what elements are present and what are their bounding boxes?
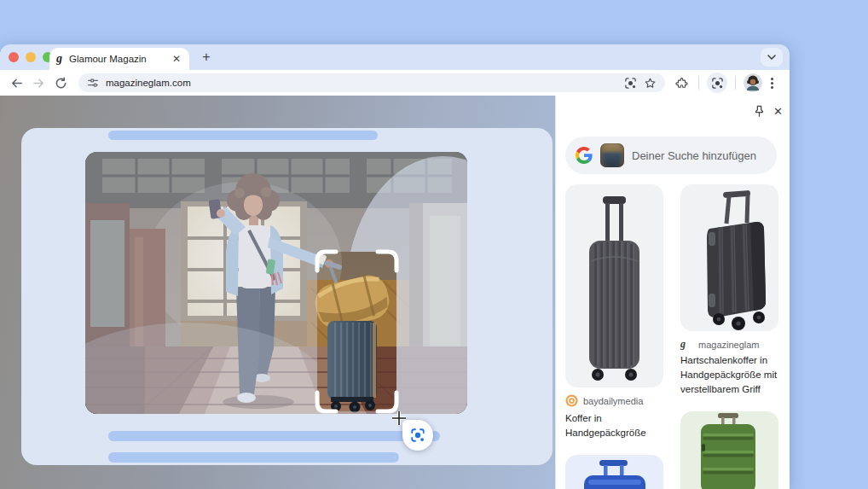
pushpin-icon (752, 104, 767, 119)
address-bar[interactable]: magazineglam.com (78, 73, 665, 92)
back-arrow-icon (10, 77, 23, 90)
paragraph-placeholder (108, 452, 399, 463)
green-suitcase-image (680, 411, 778, 489)
tab-search-chevron-button[interactable] (761, 48, 783, 67)
lens-icon (410, 428, 425, 443)
forward-button[interactable] (29, 73, 48, 92)
result-image-green-suitcase[interactable] (680, 411, 778, 489)
toolbar-divider (698, 76, 699, 90)
result-source-label[interactable]: baydailymedia (583, 396, 643, 406)
lens-search-fab[interactable] (402, 420, 433, 451)
pin-panel-button[interactable] (752, 104, 767, 119)
webpage-dimmed (0, 96, 555, 489)
lens-search-icon[interactable] (624, 77, 637, 90)
result-title[interactable]: Koffer in Handgepäckgröße (565, 411, 668, 440)
article-photo[interactable] (85, 152, 467, 414)
back-button[interactable] (7, 73, 26, 92)
article-card (21, 128, 553, 465)
browser-menu-button[interactable] (767, 78, 777, 89)
result-image-blue-suitcase[interactable] (565, 455, 663, 489)
extensions-button[interactable] (672, 73, 691, 92)
headline-placeholder (108, 131, 378, 140)
blue-suitcase-image (565, 455, 663, 489)
gray-suitcase-angled-image (680, 184, 778, 331)
lens-results-panel: ✕ Deiner Suche hinzufügen (555, 96, 790, 489)
window-controls (9, 52, 53, 62)
minimize-window-button[interactable] (26, 52, 36, 62)
close-panel-button[interactable]: ✕ (771, 104, 785, 119)
extensions-puzzle-icon (675, 77, 688, 90)
close-window-button[interactable] (9, 52, 19, 62)
lens-icon (711, 77, 724, 90)
result-image-hartschalenkoffer[interactable] (680, 184, 778, 331)
google-g-logo (576, 147, 593, 164)
lens-search-bar[interactable]: Deiner Suche hinzufügen (565, 137, 777, 174)
tab-favicon-icon: g (56, 53, 62, 65)
baydailymedia-favicon-icon (565, 394, 578, 407)
magazineglam-favicon-icon: g (680, 338, 693, 351)
gray-suitcase-front-image (565, 184, 663, 387)
url-text[interactable]: magazineglam.com (106, 78, 617, 88)
browser-window: g Glamour Magazin ✕ + magazineglam.com (0, 44, 790, 489)
content-area: ✕ Deiner Suche hinzufügen (0, 96, 790, 489)
tab-glamour-magazin[interactable]: g Glamour Magazin ✕ (49, 48, 189, 70)
avatar-photo (744, 73, 762, 92)
result-title[interactable]: Hartschalenkoffer in Handgepäckgröße mit… (680, 353, 783, 397)
paragraph-placeholder (108, 431, 440, 441)
new-tab-button[interactable]: + (200, 50, 213, 64)
bookmark-star-icon[interactable] (644, 77, 657, 90)
selected-region-thumbnail (600, 143, 624, 167)
forward-arrow-icon (32, 77, 45, 90)
toolbar-right (672, 73, 777, 93)
reload-icon (55, 77, 67, 90)
profile-avatar[interactable] (744, 73, 762, 92)
lens-panel-button[interactable] (707, 73, 727, 93)
result-source[interactable]: g magazineglam (680, 338, 760, 351)
result-source[interactable]: baydailymedia (565, 394, 643, 407)
result-source-label[interactable]: magazineglam (698, 340, 760, 350)
toolbar-divider (735, 76, 736, 90)
reload-button[interactable] (51, 73, 70, 92)
search-placeholder[interactable]: Deiner Suche hinzufügen (632, 149, 756, 162)
tab-strip: g Glamour Magazin ✕ + (0, 44, 790, 70)
browser-toolbar: magazineglam.com (0, 70, 790, 96)
result-image-koffer[interactable] (565, 184, 663, 387)
traveler-photo-illustration (85, 152, 467, 414)
tab-title: Glamour Magazin (69, 54, 164, 64)
site-settings-icon[interactable] (87, 77, 99, 89)
tab-close-icon[interactable]: ✕ (171, 53, 182, 65)
chevron-down-icon (767, 55, 776, 60)
